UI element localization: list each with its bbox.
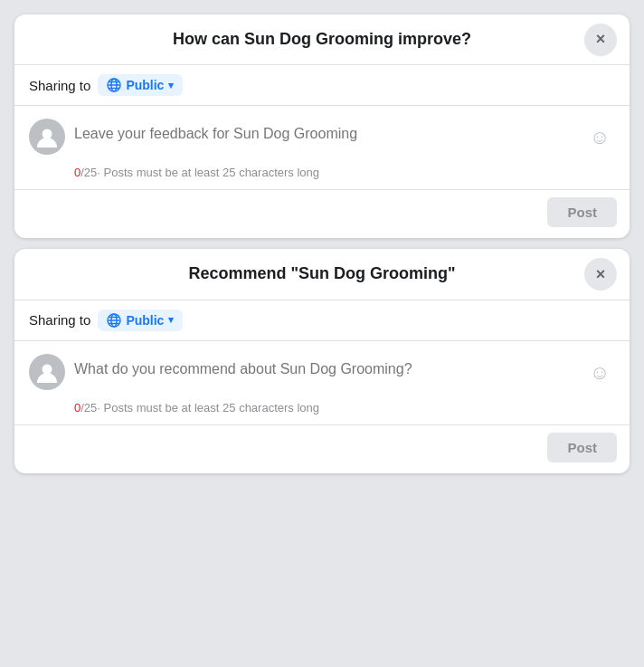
card1-header: How can Sun Dog Grooming improve? × bbox=[14, 14, 630, 65]
feedback-input-2[interactable] bbox=[74, 354, 584, 394]
globe-icon-2 bbox=[107, 313, 121, 328]
post-button-1[interactable]: Post bbox=[547, 197, 617, 227]
char-count-row-2: 0/25· Posts must be at least 25 characte… bbox=[14, 397, 630, 424]
sharing-row-1: Sharing to Public ▾ bbox=[14, 65, 630, 106]
feedback-input-1[interactable] bbox=[74, 119, 584, 158]
input-area-1: ☺ bbox=[14, 106, 630, 162]
char-hint-1: · Posts must be at least 25 characters l… bbox=[97, 166, 319, 179]
card1-footer: Post bbox=[14, 189, 630, 238]
svg-point-11 bbox=[43, 364, 52, 374]
svg-point-5 bbox=[43, 129, 52, 139]
avatar-1 bbox=[29, 119, 65, 155]
avatar-2 bbox=[29, 354, 65, 390]
audience-button-2[interactable]: Public ▾ bbox=[98, 310, 183, 331]
close-button-2[interactable]: × bbox=[584, 258, 617, 291]
sharing-label-2: Sharing to bbox=[29, 312, 90, 328]
card1-title: How can Sun Dog Grooming improve? bbox=[173, 29, 471, 50]
char-hint-2: · Posts must be at least 25 characters l… bbox=[97, 401, 319, 414]
post-button-2[interactable]: Post bbox=[547, 433, 617, 462]
input-wrapper-1: ☺ bbox=[74, 119, 615, 158]
feedback-card-1: How can Sun Dog Grooming improve? × Shar… bbox=[14, 14, 630, 238]
user-avatar-icon-1 bbox=[34, 124, 60, 149]
card2-footer: Post bbox=[14, 424, 630, 473]
sharing-row-2: Sharing to Public ▾ bbox=[14, 300, 630, 341]
char-count-number-2: 0 bbox=[74, 401, 80, 414]
char-count-text-1: 0/25· Posts must be at least 25 characte… bbox=[74, 166, 319, 179]
input-area-2: ☺ bbox=[14, 341, 630, 397]
close-button-1[interactable]: × bbox=[584, 24, 617, 56]
card2-header: Recommend "Sun Dog Grooming" × bbox=[14, 249, 630, 300]
feedback-card-2: Recommend "Sun Dog Grooming" × Sharing t… bbox=[14, 249, 630, 472]
char-count-text-2: 0/25· Posts must be at least 25 characte… bbox=[74, 401, 319, 414]
chevron-down-icon-2: ▾ bbox=[168, 314, 174, 326]
char-count-number-1: 0 bbox=[74, 166, 80, 179]
audience-button-1[interactable]: Public ▾ bbox=[98, 74, 183, 96]
user-avatar-icon-2 bbox=[34, 359, 60, 385]
emoji-button-2[interactable]: ☺ bbox=[584, 357, 615, 388]
audience-label-1: Public bbox=[126, 78, 164, 92]
audience-label-2: Public bbox=[126, 313, 164, 328]
char-limit-1: 25 bbox=[84, 166, 97, 179]
char-limit-2: 25 bbox=[84, 401, 97, 414]
input-wrapper-2: ☺ bbox=[74, 354, 615, 394]
char-count-row-1: 0/25· Posts must be at least 25 characte… bbox=[14, 162, 630, 189]
card2-title: Recommend "Sun Dog Grooming" bbox=[188, 263, 455, 284]
chevron-down-icon-1: ▾ bbox=[168, 80, 174, 91]
sharing-label-1: Sharing to bbox=[29, 78, 90, 93]
globe-icon-1 bbox=[107, 78, 121, 92]
emoji-button-1[interactable]: ☺ bbox=[584, 122, 615, 153]
